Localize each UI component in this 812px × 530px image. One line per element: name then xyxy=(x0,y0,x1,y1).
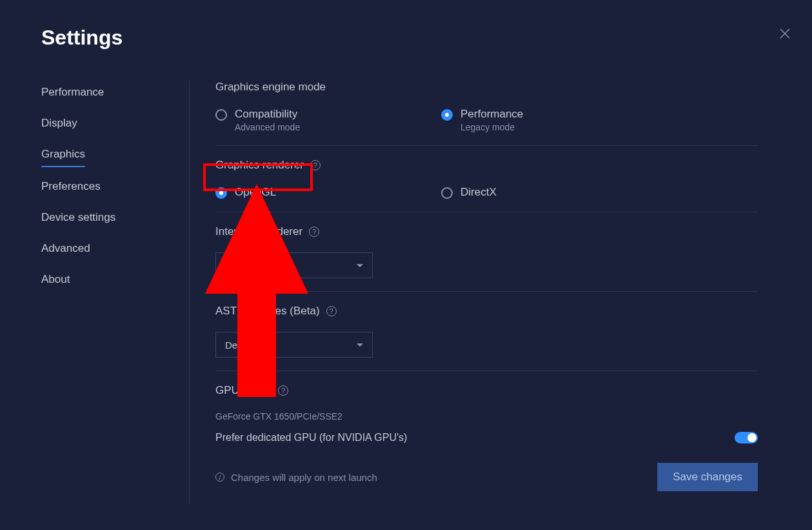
info-icon: i xyxy=(215,473,224,482)
gpu-detail: GeForce GTX 1650/PCIe/SSE2 xyxy=(215,411,758,422)
help-icon[interactable]: ? xyxy=(326,306,337,316)
radio-directx[interactable]: DirectX xyxy=(441,186,667,199)
sidebar-item-display[interactable]: Display xyxy=(41,112,77,135)
sidebar-item-about[interactable]: About xyxy=(41,268,70,291)
section-title-gpu: GPU in use xyxy=(215,384,272,397)
radio-label: Performance xyxy=(460,108,523,121)
chevron-down-icon xyxy=(357,264,363,267)
radio-icon xyxy=(215,187,227,199)
sidebar-item-device-settings[interactable]: Device settings xyxy=(41,206,115,229)
section-title-renderer: Graphics renderer xyxy=(215,159,304,172)
sidebar: Performance Display Graphics Preferences… xyxy=(41,81,190,504)
radio-icon xyxy=(215,109,227,121)
select-value: Auto xyxy=(225,260,245,271)
select-interface-renderer[interactable]: Auto xyxy=(215,252,373,278)
radio-icon xyxy=(441,109,453,121)
help-icon[interactable]: ? xyxy=(278,385,288,396)
radio-compatibility[interactable]: Compatibility Advanced mode xyxy=(215,108,441,132)
help-icon[interactable]: ? xyxy=(309,227,319,237)
radio-label: DirectX xyxy=(460,186,497,199)
page-title: Settings xyxy=(41,26,771,50)
sidebar-item-graphics[interactable]: Graphics xyxy=(41,143,85,167)
sidebar-item-preferences[interactable]: Preferences xyxy=(41,175,101,198)
close-icon xyxy=(777,26,793,41)
main-panel: Graphics engine mode Compatibility Advan… xyxy=(190,81,771,504)
radio-icon xyxy=(441,187,453,199)
toggle-label-dedicated-gpu: Prefer dedicated GPU (for NVIDIA GPU's) xyxy=(215,432,407,443)
radio-sublabel: Advanced mode xyxy=(235,122,300,132)
sidebar-item-advanced[interactable]: Advanced xyxy=(41,237,90,260)
section-title-astc: ASTC textures (Beta) xyxy=(215,305,320,318)
close-button[interactable] xyxy=(777,26,793,41)
toggle-dedicated-gpu[interactable] xyxy=(735,432,758,443)
section-astc: ASTC textures (Beta) ? Default xyxy=(215,305,758,371)
chevron-down-icon xyxy=(357,343,363,347)
radio-label: OpenGL xyxy=(235,186,276,199)
info-message: Changes will apply on next launch xyxy=(231,472,377,483)
select-astc[interactable]: Default xyxy=(215,332,373,358)
save-button[interactable]: Save changes xyxy=(657,463,758,491)
section-renderer: Graphics renderer ? OpenGL DirectX xyxy=(215,159,758,212)
select-value: Default xyxy=(225,340,256,351)
radio-opengl[interactable]: OpenGL xyxy=(215,186,441,199)
footer: i Changes will apply on next launch Save… xyxy=(215,463,758,491)
radio-performance[interactable]: Performance Legacy mode xyxy=(441,108,667,132)
section-engine-mode: Graphics engine mode Compatibility Advan… xyxy=(215,81,758,146)
radio-sublabel: Legacy mode xyxy=(460,122,523,132)
section-gpu: GPU in use ? GeForce GTX 1650/PCIe/SSE2 … xyxy=(215,384,758,456)
sidebar-item-performance[interactable]: Performance xyxy=(41,81,104,104)
radio-label: Compatibility xyxy=(235,108,300,121)
section-title-interface-renderer: Interface renderer xyxy=(215,225,302,238)
help-icon[interactable]: ? xyxy=(310,160,321,170)
section-title-engine-mode: Graphics engine mode xyxy=(215,81,758,94)
section-interface-renderer: Interface renderer ? Auto xyxy=(215,225,758,292)
